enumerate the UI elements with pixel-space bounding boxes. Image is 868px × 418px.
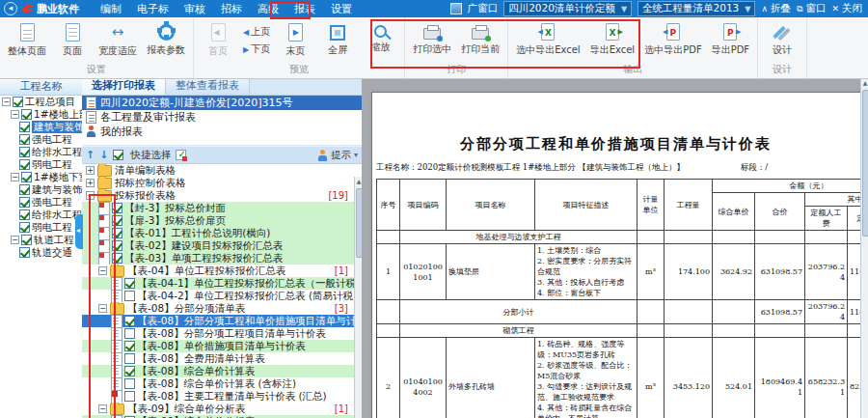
- ribbon-button-上页[interactable]: ◀上页: [243, 25, 270, 39]
- quick-select-checkbox[interactable]: [113, 150, 123, 160]
- ribbon-button-宽度适应[interactable]: 宽度适应: [94, 17, 142, 63]
- report-checkbox[interactable]: [124, 378, 135, 389]
- preview-scrollbar[interactable]: ▲: [860, 78, 868, 418]
- tree-toggle-icon[interactable]: −: [98, 266, 107, 275]
- tree-toggle-icon[interactable]: +: [86, 166, 95, 175]
- report-checkbox[interactable]: [124, 278, 135, 289]
- report-tree-folder[interactable]: −【表-09】综合单价分析表[1]: [82, 403, 362, 415]
- batch-check-icon[interactable]: [176, 150, 186, 160]
- close-button[interactable]: ✕关闭: [831, 2, 862, 15]
- move-down-icon[interactable]: ↓: [99, 148, 108, 162]
- report-checkbox[interactable]: [124, 353, 135, 364]
- ribbon-button-下页[interactable]: ▶下页: [243, 42, 270, 56]
- menu-item-报表[interactable]: 报表: [286, 0, 323, 18]
- report-source-item[interactable]: 我的报表: [82, 125, 362, 139]
- report-tree-row[interactable]: 【表-04-2】单位工程投标报价汇总表 (简易计税): [82, 290, 362, 302]
- tree-checkbox[interactable]: [13, 97, 23, 107]
- report-checkbox[interactable]: [112, 228, 122, 238]
- report-tree-row[interactable]: 【表-03】单项工程投标报价汇总表: [82, 252, 362, 265]
- ribbon-button-整体页面[interactable]: 整体页面: [3, 17, 51, 63]
- tree-toggle-icon[interactable]: −: [11, 110, 19, 119]
- quota-standard-dropdown[interactable]: 四川2020清单计价定额 ▼: [503, 1, 632, 16]
- project-tree-item[interactable]: 弱电工程: [0, 221, 82, 234]
- report-tree-row[interactable]: 【表-08】单价措施项目清单与计价表: [82, 340, 362, 352]
- ribbon-button-导出PDF[interactable]: 导出PDF: [707, 17, 754, 63]
- project-tree-item[interactable]: 建筑与装饰: [0, 183, 82, 196]
- report-tree-row[interactable]: 【表-08】分部分项工程和单价措施项目清单与计价表: [82, 315, 362, 327]
- report-tree-row[interactable]: 【表-02】建设项目投标报价汇总表: [82, 239, 362, 252]
- ribbon-button-选中导出Excel[interactable]: 选中导出Excel: [511, 17, 585, 63]
- menu-item-电子标[interactable]: 电子标: [129, 0, 176, 18]
- report-checkbox[interactable]: [124, 316, 135, 326]
- collapse-button[interactable]: ∧折叠: [761, 2, 791, 15]
- report-source-item[interactable]: 各工程量及审计报表: [82, 110, 362, 125]
- list-standard-dropdown[interactable]: 全统工程量清单2013 ▼: [637, 1, 755, 16]
- project-tree-item[interactable]: 轨道交通: [0, 246, 82, 259]
- menu-item-编制[interactable]: 编制: [93, 0, 129, 18]
- report-tree-row[interactable]: 【封-3】投标总价封面: [82, 202, 362, 214]
- tree-checkbox[interactable]: [19, 247, 30, 258]
- project-tree-item[interactable]: −1#楼地下室部分: [0, 171, 82, 183]
- project-tree-item[interactable]: 给排水工程: [0, 209, 82, 221]
- tree-toggle-icon[interactable]: −: [98, 404, 107, 413]
- tree-checkbox[interactable]: [19, 159, 30, 170]
- report-checkbox[interactable]: [124, 391, 135, 402]
- report-tree-row[interactable]: 【表-08】全费用清单计算表: [82, 352, 362, 365]
- report-tree-row[interactable]: 【表-08】分部分项工程项目清单与计价表: [82, 327, 362, 340]
- project-tree-item[interactable]: 建筑与装饰: [0, 121, 82, 133]
- ribbon-button-导出Excel[interactable]: 导出Excel: [585, 17, 640, 63]
- report-tree-row[interactable]: 【表-08】综合单价计算表: [82, 365, 362, 377]
- back-icon[interactable]: ◂: [4, 2, 17, 15]
- report-checkbox[interactable]: [112, 240, 122, 251]
- report-checkbox[interactable]: [112, 203, 122, 213]
- report-checkbox[interactable]: [124, 366, 135, 376]
- menu-item-高级[interactable]: 高级: [250, 0, 286, 18]
- report-tree-folder[interactable]: −投标报价表格[19]: [82, 189, 362, 202]
- tree-toggle-icon[interactable]: −: [2, 98, 11, 106]
- tree-checkbox[interactable]: [19, 147, 30, 157]
- menu-item-招标[interactable]: 招标: [213, 0, 250, 18]
- tree-checkbox[interactable]: [19, 222, 30, 233]
- report-tree-folder[interactable]: −【表-04】单位工程投标报价汇总表[1]: [82, 265, 362, 277]
- tab-整体查看报表[interactable]: 整体查看报表: [166, 78, 250, 95]
- project-tree-item[interactable]: 弱电工程: [0, 158, 82, 171]
- report-tree-folder[interactable]: −【表-08】分部分项清单表[3]: [82, 302, 362, 315]
- ribbon-button-报表参数[interactable]: 报表参数: [142, 17, 190, 63]
- project-tree-item[interactable]: −轨道工程: [0, 234, 82, 246]
- scrollbar-thumb[interactable]: [862, 90, 868, 237]
- ribbon-button-页面[interactable]: 页面: [51, 17, 94, 63]
- tree-checkbox[interactable]: [19, 184, 30, 195]
- tree-checkbox[interactable]: [21, 172, 32, 182]
- report-checkbox[interactable]: [124, 341, 135, 351]
- ribbon-button-选中导出PDF[interactable]: 选中导出PDF: [639, 17, 706, 63]
- report-checkbox[interactable]: [124, 291, 135, 301]
- chevron-down-icon[interactable]: ▾: [354, 151, 358, 159]
- report-tree-row[interactable]: 【表-08】主要工程量清单与计价表 (汇总): [82, 390, 362, 403]
- tree-checkbox[interactable]: [19, 122, 30, 132]
- report-source-item[interactable]: 四川2020定额-川建造价发[2020]315号: [82, 96, 362, 110]
- float-window-icon[interactable]: [450, 3, 462, 14]
- report-tree-row[interactable]: 【表-08】综合单价计算表 (含标注): [82, 377, 362, 390]
- float-window-label[interactable]: 广窗口: [468, 2, 499, 15]
- menu-item-设置[interactable]: 设置: [323, 0, 360, 18]
- report-tree-folder[interactable]: +招标控制价表格: [82, 177, 362, 189]
- report-tree-row[interactable]: 【表-04-1】单位工程投标报价汇总表（一般计税）: [82, 277, 362, 290]
- project-tree-item[interactable]: 给排水工程: [0, 146, 82, 158]
- tree-toggle-icon[interactable]: −: [11, 236, 19, 244]
- tree-toggle-icon[interactable]: +: [86, 179, 95, 187]
- report-checkbox[interactable]: [112, 253, 122, 264]
- tip-label[interactable]: 提示: [331, 149, 351, 162]
- scroll-up-icon[interactable]: ▲: [861, 78, 868, 88]
- ribbon-button-设计[interactable]: 设计: [761, 17, 803, 63]
- tree-checkbox[interactable]: [19, 134, 30, 145]
- ribbon-button-末页[interactable]: 末页: [274, 17, 316, 63]
- tab-选择打印报表[interactable]: 选择打印报表: [82, 78, 166, 95]
- panel-collapse-handle[interactable]: [75, 214, 83, 249]
- report-checkbox[interactable]: [124, 328, 135, 339]
- tree-checkbox[interactable]: [21, 109, 32, 120]
- tree-toggle-icon[interactable]: −: [98, 304, 107, 313]
- report-checkbox[interactable]: [112, 215, 122, 226]
- report-tree-folder[interactable]: +清单编制表格: [82, 164, 362, 177]
- tree-checkbox[interactable]: [19, 197, 30, 208]
- project-tree-item[interactable]: 强电工程: [0, 133, 82, 146]
